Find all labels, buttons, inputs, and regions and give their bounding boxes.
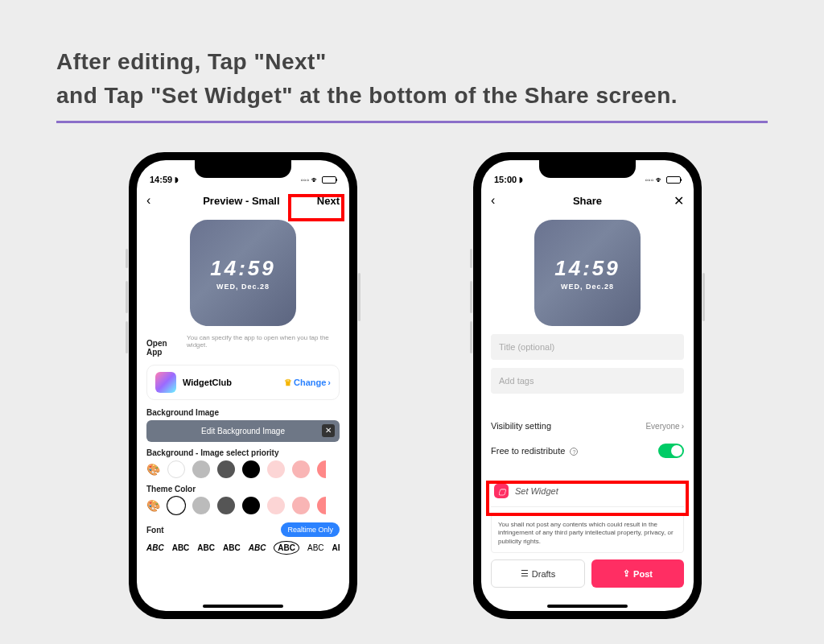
visibility-value: Everyone [645,422,679,431]
theme-swatches: 🎨 [146,497,340,514]
wifi-icon: ◦◦◦ ᯤ [645,175,664,184]
palette-icon[interactable]: 🎨 [146,463,160,476]
headline-line1: After editing, Tap "Next" [56,45,768,79]
drafts-icon: ☰ [521,568,529,579]
notch [539,160,636,178]
widget-date: WED, Dec.28 [216,283,270,291]
swatch-black[interactable] [242,460,260,478]
open-app-card[interactable]: WidgetClub ♛ Change › [146,365,340,400]
crown-icon: ♛ [284,378,292,388]
close-button[interactable]: ✕ [665,193,684,208]
swatch-grey[interactable] [192,497,210,514]
redistribute-label: Free to redistribute [491,446,565,456]
swatch-pink3[interactable] [317,460,335,478]
widget-date: WED, Dec.28 [561,283,614,291]
swatch-grey[interactable] [192,460,210,478]
swatch-pink3[interactable] [317,497,335,514]
app-name: WidgetClub [183,378,278,387]
priority-swatches: 🎨 [146,460,340,478]
app-icon [155,372,176,393]
swatch-black[interactable] [242,497,260,514]
visibility-row[interactable]: Visibility setting Everyone › [491,415,684,437]
visibility-label: Visibility setting [491,421,551,431]
status-time: 14:59 [150,175,172,184]
disclaimer-text: You shall not post any contents which co… [491,514,684,553]
open-app-label: Open App [146,339,182,357]
page-title: Share [510,195,665,207]
palette-icon[interactable]: 🎨 [146,499,160,512]
swatch-darkgrey[interactable] [217,460,235,478]
priority-label: Background - Image select priority [146,448,340,457]
next-button[interactable]: Next [317,195,340,207]
battery-icon [666,176,681,184]
wifi-icon: ◦◦◦ ᯤ [301,175,319,184]
home-indicator[interactable] [547,605,628,608]
headline-underline [56,121,768,123]
open-app-hint: You can specify the app to open when you… [187,334,340,349]
battery-icon [322,176,336,184]
widget-time: 14:59 [554,256,620,281]
font-label: Font [146,526,164,535]
close-icon[interactable]: ✕ [322,424,335,437]
widget-preview: 14:59 WED, Dec.28 [190,220,296,326]
change-button[interactable]: ♛ Change › [284,378,331,388]
redistribute-toggle[interactable] [658,444,684,458]
help-icon[interactable]: ? [570,448,578,456]
dnd-moon-icon: ◗ [519,175,523,184]
back-button[interactable]: ‹ [146,193,166,208]
back-button[interactable]: ‹ [491,193,510,208]
page-title: Preview - Small [166,195,317,207]
edit-bg-button[interactable]: Edit Background Image ✕ [146,420,340,442]
theme-label: Theme Color [146,485,340,493]
swatch-pink2[interactable] [292,460,310,478]
widget-preview: 14:59 WED, Dec.28 [534,220,641,326]
headline-line2: and Tap "Set Widget" at the bottom of th… [56,79,768,113]
swatch-pink2[interactable] [292,497,310,514]
drafts-button[interactable]: ☰ Drafts [491,559,585,588]
chevron-right-icon: › [328,378,331,387]
swatch-white[interactable] [167,460,185,478]
tags-input[interactable]: Add tags [491,368,684,394]
post-button[interactable]: ⇪ Post [591,559,684,588]
font-picker[interactable]: ABC ABC ABC ABC ABC ABC ABC ABC [146,541,340,555]
notch [195,160,291,178]
post-icon: ⇪ [623,568,630,579]
dnd-moon-icon: ◗ [175,175,179,184]
widget-time: 14:59 [210,256,276,281]
swatch-pink1[interactable] [267,460,285,478]
phone-share: 15:00 ◗ ◦◦◦ ᯤ ‹ Share ✕ 14:59 [473,152,702,619]
set-widget-icon: ▢ [494,484,509,498]
redistribute-row: Free to redistribute ? [491,437,684,464]
phone-preview: 14:59 ◗ ◦◦◦ ᯤ ‹ Preview - Small Next [129,152,357,619]
realtime-pill[interactable]: Realtime Only [281,522,340,537]
bg-image-label: Background Image [146,408,340,417]
home-indicator[interactable] [203,605,283,608]
chevron-right-icon: › [682,422,684,431]
swatch-darkgrey[interactable] [217,497,235,514]
swatch-white-selected[interactable] [167,497,185,514]
swatch-pink1[interactable] [267,497,285,514]
title-input[interactable]: Title (optional) [491,334,684,360]
status-time: 15:00 [494,175,517,184]
set-widget-button[interactable]: ▢ Set Widget [491,476,684,507]
